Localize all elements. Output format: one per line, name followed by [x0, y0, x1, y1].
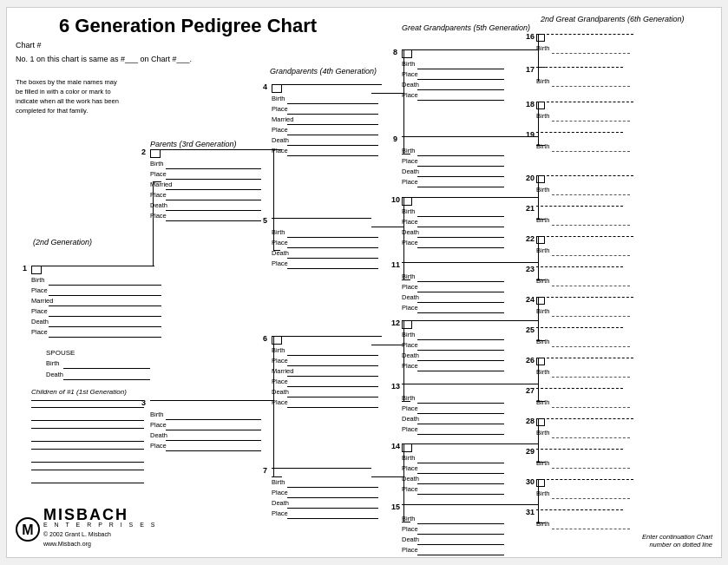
person-22-num: 22 — [526, 234, 535, 243]
person-4-death-label: Death — [272, 136, 289, 144]
person-27-birth-line — [552, 407, 630, 408]
spouse-death-line — [63, 379, 150, 380]
person-5-place2-line — [287, 268, 378, 269]
person-11-place: Place — [402, 283, 418, 291]
person-1-box — [31, 266, 42, 274]
person-15-place2: Place — [402, 546, 418, 554]
person-30-num: 30 — [526, 477, 535, 486]
person-7-death-label: Death — [272, 499, 289, 507]
continuation-note: Enter continuation Chart number on dotte… — [642, 533, 712, 549]
person-2-place1-label: Place — [150, 170, 167, 178]
c-16 — [536, 34, 545, 35]
person-4-num: 4 — [263, 82, 267, 91]
person-2-birth-label: Birth — [150, 160, 163, 168]
person-16-name-dashed — [547, 34, 633, 35]
gen3-label: Parents (3rd Generation) — [150, 140, 237, 148]
person-1-place2-label: Place — [31, 307, 48, 315]
person-6-death-label: Death — [272, 388, 289, 396]
person-23-name-dashed — [536, 266, 623, 267]
person-19-birth-line — [552, 151, 630, 152]
c-29 — [536, 462, 545, 463]
person-19-num: 19 — [526, 130, 535, 139]
person-27-num: 27 — [526, 386, 535, 395]
person-3-place-label: Place — [150, 421, 167, 429]
person-6-married-line — [287, 376, 378, 377]
person-18-num: 18 — [526, 100, 535, 108]
connector-3-right — [254, 400, 273, 401]
person-3-place-line — [166, 430, 261, 430]
person-28-name-dashed — [547, 418, 633, 419]
person-31-birth-line — [552, 529, 630, 529]
c-26-27-v — [538, 358, 539, 401]
person-27-name-dashed — [536, 388, 623, 389]
person-15-place: Place — [402, 525, 418, 533]
connector-13-left — [402, 401, 410, 402]
person-10-death: Death — [402, 228, 419, 236]
person-2-married-line — [166, 189, 261, 190]
person-5-name-line — [272, 218, 371, 219]
person-2-num: 2 — [141, 148, 146, 156]
person-2-death-line — [166, 210, 261, 211]
c-23 — [536, 279, 545, 280]
person-3-place2-line — [166, 450, 261, 451]
c-22 — [536, 236, 545, 237]
person-4-birth-line — [287, 103, 378, 104]
gen4-label: Grandparents (4th Generation) — [270, 67, 377, 76]
c-6-7-v — [273, 336, 274, 476]
c-18-19-v — [538, 102, 539, 145]
person-7-place2-line — [287, 518, 378, 519]
person-1-place3-line — [49, 337, 161, 338]
person-6-death-line — [287, 397, 378, 397]
person-21-num: 21 — [526, 204, 535, 213]
person-13-num: 13 — [391, 382, 400, 391]
person-4-married-label: Married — [272, 115, 293, 123]
person-4-place1-line — [287, 114, 378, 115]
person-6-married-label: Married — [272, 367, 293, 375]
person-3-death-label: Death — [150, 431, 167, 439]
person-25-birth-line — [552, 346, 630, 347]
c-21 — [536, 219, 545, 220]
person-25-name-dashed — [536, 327, 623, 328]
person-7-place-line — [287, 497, 378, 498]
person-10-num: 10 — [391, 195, 400, 204]
c-25 — [536, 340, 545, 341]
person-11-num: 11 — [391, 260, 400, 269]
person-4-name-line — [282, 84, 382, 85]
spouse-death-label: Death — [46, 371, 63, 378]
person-24-birth-line — [552, 316, 630, 317]
children-label: Children of #1 (1st Generation) — [31, 388, 127, 396]
connector-4-5-v — [273, 149, 274, 250]
connector-12-left — [402, 320, 410, 321]
logo-m-icon: M — [16, 517, 40, 542]
person-15-num: 15 — [391, 503, 400, 511]
c-26 — [536, 358, 545, 358]
person-29-num: 29 — [526, 447, 535, 456]
gen2-label: (2nd Generation) — [33, 238, 92, 246]
person-18-birth-line — [552, 121, 630, 122]
c-28 — [536, 418, 545, 419]
c-19 — [536, 145, 545, 146]
gen6-label: 2nd Great Grandparents (6th Generation) — [541, 15, 685, 23]
person-31-num: 31 — [526, 508, 535, 516]
person-16-num: 16 — [526, 32, 535, 41]
person-1-death-line — [49, 326, 161, 327]
c-27 — [536, 401, 545, 402]
c-12-right — [497, 320, 538, 321]
person-24-name-dashed — [547, 297, 633, 298]
person-30-name-dashed — [547, 479, 633, 480]
connector-8-left — [402, 49, 410, 50]
person-12-num: 12 — [391, 319, 400, 327]
c-16-17-v — [538, 34, 539, 82]
person-7-death-line — [287, 508, 378, 509]
person-28-birth-line — [552, 437, 630, 438]
person-3-death-line — [166, 440, 261, 441]
person-5-death-line — [287, 258, 378, 259]
person-6-place3-line — [287, 407, 378, 408]
person-21-birth-line — [552, 225, 630, 226]
logo-copyright: © 2002 Grant L. Misbach — [43, 529, 157, 539]
person-4-birth-label: Birth — [272, 95, 285, 102]
instruction-note: The boxes by the male names may be fille… — [16, 77, 120, 115]
c-18 — [536, 102, 545, 102]
person-15-death: Death — [402, 535, 419, 543]
person-7-birth-label: Birth — [272, 478, 285, 486]
